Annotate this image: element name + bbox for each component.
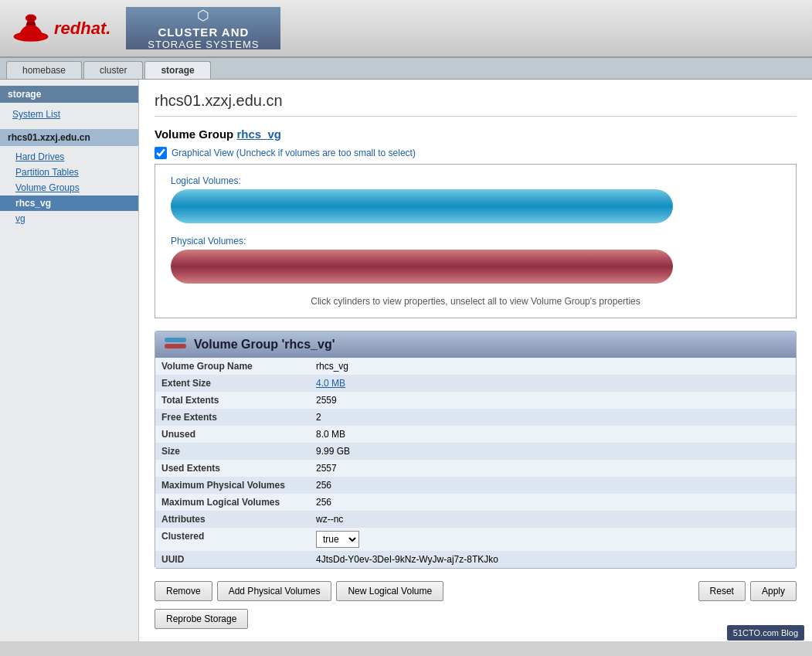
clustered-row: true false: [316, 531, 790, 548]
table-row: Free Extents 2: [155, 409, 796, 426]
sidebar: storage System List rhcs01.xzxj.edu.cn H…: [0, 80, 139, 641]
tab-homebase[interactable]: homebase: [6, 61, 82, 79]
apply-button[interactable]: Apply: [750, 581, 797, 601]
field-value: rhcs_vg: [310, 358, 796, 375]
tab-storage[interactable]: storage: [144, 61, 210, 79]
field-label: Size: [155, 443, 310, 460]
table-row: Volume Group Name rhcs_vg: [155, 358, 796, 375]
field-label: Unused: [155, 426, 310, 443]
table-row: Extent Size 4.0 MB: [155, 375, 796, 392]
graphical-view-checkbox[interactable]: [155, 147, 167, 159]
field-value: 9.99 GB: [310, 443, 796, 460]
field-value-extent-size: 4.0 MB: [310, 375, 796, 392]
table-row: UUID 4JtsDd-Y0ev-3DeI-9kNz-WyJw-aj7z-8TK…: [155, 551, 796, 568]
pv-cylinder-container: [171, 250, 780, 284]
vg-icon: [165, 338, 186, 352]
nav-tabs: homebase cluster storage: [0, 58, 812, 80]
page-title: rhcs01.xzxj.edu.cn: [155, 92, 797, 117]
cluster-badge: ⬡ CLUSTER AND STORAGE SYSTEMS: [126, 7, 280, 49]
extent-size-link[interactable]: 4.0 MB: [316, 378, 345, 389]
table-row: Total Extents 2559: [155, 392, 796, 409]
sidebar-subsection-node[interactable]: rhcs01.xzxj.edu.cn: [0, 129, 138, 146]
table-row: Maximum Physical Volumes 256: [155, 477, 796, 494]
info-panel: Volume Group 'rhcs_vg' Volume Group Name…: [155, 331, 797, 569]
field-value-clustered: true false: [310, 528, 796, 551]
redhat-hat-icon: [12, 13, 49, 44]
cluster-title: CLUSTER AND: [158, 25, 249, 39]
field-label: Maximum Physical Volumes: [155, 477, 310, 494]
remove-button[interactable]: Remove: [155, 581, 212, 601]
cluster-subtitle: STORAGE SYSTEMS: [148, 39, 259, 50]
reprobe-row: Reprobe Storage: [155, 609, 797, 629]
tab-cluster[interactable]: cluster: [83, 61, 143, 79]
field-label: Free Extents: [155, 409, 310, 426]
lv-row: Logical Volumes:: [171, 175, 780, 223]
field-label: UUID: [155, 551, 310, 568]
header: redhat. ⬡ CLUSTER AND STORAGE SYSTEMS: [0, 0, 812, 58]
redhat-logo: redhat.: [12, 13, 110, 44]
lv-cylinder[interactable]: [171, 189, 673, 223]
icon-bar-bottom: [165, 344, 186, 348]
field-label: Used Extents: [155, 460, 310, 477]
content-area: rhcs01.xzxj.edu.cn Volume Group rhcs_vg …: [139, 80, 812, 641]
add-physical-volumes-button[interactable]: Add Physical Volumes: [217, 581, 332, 601]
main-container: storage System List rhcs01.xzxj.edu.cn H…: [0, 80, 812, 641]
sidebar-item-vg[interactable]: vg: [0, 211, 138, 226]
pv-label: Physical Volumes:: [171, 236, 780, 246]
graphical-view-note: (Uncheck if volumes are too small to sel…: [236, 148, 416, 158]
field-value: 256: [310, 494, 796, 511]
info-table: Volume Group Name rhcs_vg Extent Size 4.…: [155, 358, 796, 568]
vg-heading: Volume Group rhcs_vg: [155, 127, 797, 141]
field-value: 2557: [310, 460, 796, 477]
sidebar-item-hard-drives[interactable]: Hard Drives: [0, 149, 138, 165]
info-panel-title: Volume Group 'rhcs_vg': [194, 338, 335, 352]
field-label: Attributes: [155, 511, 310, 528]
reset-button[interactable]: Reset: [698, 581, 746, 601]
sidebar-item-rhcs-vg[interactable]: rhcs_vg: [0, 195, 138, 211]
reprobe-storage-button[interactable]: Reprobe Storage: [155, 609, 248, 629]
table-row: Clustered true false: [155, 528, 796, 551]
table-row: Used Extents 2557: [155, 460, 796, 477]
pv-cylinder[interactable]: [171, 250, 673, 284]
info-panel-header: Volume Group 'rhcs_vg': [155, 331, 796, 358]
field-label: Maximum Logical Volumes: [155, 494, 310, 511]
svg-point-2: [27, 15, 35, 20]
field-label: Clustered: [155, 528, 310, 551]
sidebar-item-partition-tables[interactable]: Partition Tables: [0, 165, 138, 180]
graphical-view-label: Graphical View (Uncheck if volumes are t…: [172, 148, 416, 158]
graphical-hint: Click cylinders to view properties, unse…: [171, 296, 780, 307]
field-label: Total Extents: [155, 392, 310, 409]
graphical-view-header: Graphical View (Uncheck if volumes are t…: [155, 147, 797, 159]
clustered-select[interactable]: true false: [316, 531, 359, 548]
field-value: 2559: [310, 392, 796, 409]
field-value: 8.0 MB: [310, 426, 796, 443]
pv-row: Physical Volumes:: [171, 236, 780, 284]
field-label: Volume Group Name: [155, 358, 310, 375]
field-value: 2: [310, 409, 796, 426]
sidebar-item-system-list[interactable]: System List: [0, 106, 138, 123]
field-value: wz--nc: [310, 511, 796, 528]
sidebar-section-storage: storage: [0, 86, 138, 103]
table-row: Unused 8.0 MB: [155, 426, 796, 443]
lv-cylinder-container: [171, 189, 780, 223]
table-row: Attributes wz--nc: [155, 511, 796, 528]
watermark: 51CTO.com Blog: [727, 625, 804, 641]
icon-bar-top: [165, 338, 186, 342]
new-logical-volume-button[interactable]: New Logical Volume: [336, 581, 443, 601]
graphical-view-box: Logical Volumes: Physical Volumes: Click…: [155, 164, 797, 318]
cluster-icon: ⬡: [197, 7, 209, 24]
sidebar-item-volume-groups[interactable]: Volume Groups: [0, 180, 138, 195]
redhat-brand-text: redhat.: [54, 19, 110, 39]
table-row: Size 9.99 GB: [155, 443, 796, 460]
action-bar: Remove Add Physical Volumes New Logical …: [155, 581, 797, 601]
field-value: 4JtsDd-Y0ev-3DeI-9kNz-WyJw-aj7z-8TKJko: [310, 551, 796, 568]
field-value: 256: [310, 477, 796, 494]
lv-label: Logical Volumes:: [171, 175, 780, 186]
vg-heading-link[interactable]: rhcs_vg: [236, 127, 281, 141]
field-label: Extent Size: [155, 375, 310, 392]
table-row: Maximum Logical Volumes 256: [155, 494, 796, 511]
